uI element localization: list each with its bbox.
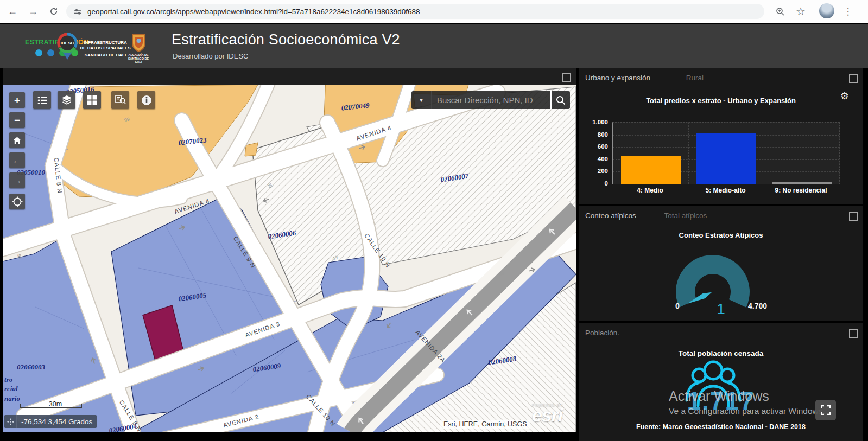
gear-icon[interactable]: ⚙ <box>840 90 849 102</box>
idesc-pin-logo: IDESC <box>56 33 78 61</box>
zoom-out-button[interactable]: − <box>9 112 25 128</box>
map-header-bar <box>3 68 576 85</box>
widget-restore-icon[interactable] <box>849 329 858 338</box>
info-icon <box>141 95 152 106</box>
svg-text:rcial: rcial <box>4 385 18 393</box>
attribute-search-icon <box>115 95 126 105</box>
locate-button[interactable] <box>9 194 25 209</box>
home-button[interactable] <box>9 132 25 148</box>
y-tick-label: 400 <box>579 156 608 162</box>
browser-forward-icon[interactable]: → <box>26 4 40 18</box>
map-restore-icon[interactable] <box>562 73 571 82</box>
browser-menu-icon[interactable]: ⋮ <box>841 4 855 18</box>
svg-text:nario: nario <box>4 394 20 402</box>
chart-title: Total predios x estrato - Urbano y Expan… <box>579 97 863 105</box>
bar-5: Medio-alto[interactable] <box>696 133 756 184</box>
basemap-grid-icon <box>87 95 97 105</box>
y-tick-label: 600 <box>579 143 608 150</box>
zoom-page-icon[interactable] <box>773 4 787 18</box>
svg-text:tro: tro <box>4 375 13 384</box>
population-title: Total población censada <box>579 349 863 357</box>
legend-icon <box>37 96 47 105</box>
tab-urbano-expansion[interactable]: Urbano y expansión <box>585 74 650 82</box>
bar-chart-plot <box>612 122 840 184</box>
chart-x-axis: 4: Medio5: Medio-alto9: No residencial <box>612 187 839 195</box>
esri-logo: POWERED BY esri <box>532 403 563 423</box>
coordinates-badge: -76,534 3,454 Grados <box>4 415 97 428</box>
url-text: geoportal.cali.gov.co/arcgis/apps/webapp… <box>87 8 420 16</box>
info-button[interactable] <box>137 91 155 109</box>
y-tick-label: 1.000 <box>579 119 608 125</box>
bar-4: Medio[interactable] <box>621 156 681 184</box>
search-input[interactable] <box>432 91 550 109</box>
search-dropdown-caret-icon[interactable]: ▼ <box>411 91 432 109</box>
map-canvas[interactable]: 02050016 02050010 02070023 02070049 0207… <box>3 68 576 432</box>
search-submit-button[interactable] <box>550 91 570 109</box>
home-icon <box>12 136 22 145</box>
gauge-title: Conteo Estratos Atípicos <box>579 231 863 239</box>
tab-rural[interactable]: Rural <box>686 74 704 82</box>
browser-toolbar: ← → geoportal.cali.gov.co/arcgis/apps/we… <box>0 0 868 23</box>
widget-restore-icon[interactable] <box>849 212 858 221</box>
layers-button[interactable] <box>58 91 75 109</box>
legend-button[interactable] <box>33 91 51 109</box>
header-divider <box>164 35 164 59</box>
avatar[interactable] <box>819 3 834 18</box>
site-settings-icon[interactable] <box>74 8 82 16</box>
page-subtitle: Desarrollado por IDESC <box>173 52 248 60</box>
bookmark-star-icon[interactable]: ☆ <box>794 4 808 18</box>
tab-conteo-atipicos[interactable]: Conteo atípicos <box>585 212 636 220</box>
poblacion-widget: Población. Total población censada 1.717… <box>579 323 863 441</box>
basemap-gallery-button[interactable] <box>83 91 101 109</box>
map-search-box: ▼ <box>411 91 570 109</box>
atipicos-widget: Conteo atípicos Total atípicos Conteo Es… <box>579 206 863 321</box>
locate-icon <box>12 196 23 207</box>
x-category-label: 5: Medio-alto <box>688 187 763 194</box>
coordinates-text: -76,534 3,454 Grados <box>17 418 97 426</box>
x-category-label: 9: No residencial <box>763 187 839 194</box>
y-tick-label: 0 <box>579 180 608 187</box>
predios-widget: Urbano y expansión Rural Total predios x… <box>579 68 863 204</box>
zoom-in-button[interactable]: + <box>9 92 25 108</box>
layers-icon <box>61 95 72 105</box>
widget-restore-icon[interactable] <box>849 74 858 83</box>
tab-total-atipicos[interactable]: Total atípicos <box>664 212 707 220</box>
map-attribution: Esri, HERE, Garmin, USGS <box>440 420 530 429</box>
prev-extent-button[interactable]: ← <box>9 152 25 168</box>
gauge-value: 1 <box>579 301 863 318</box>
svg-text:IDESC: IDESC <box>61 41 74 46</box>
alcaldia-logo: ALCALDÍA DESANTIAGO DE CALI <box>126 34 150 64</box>
attribute-search-button[interactable] <box>111 91 129 109</box>
y-tick-label: 200 <box>579 168 608 174</box>
svg-text:02060003: 02060003 <box>17 363 46 371</box>
fullscreen-icon <box>821 405 831 415</box>
crosshair-icon[interactable] <box>4 415 17 428</box>
chart-y-axis: 02004006008001.000 <box>579 122 608 183</box>
page-title: Estratificación Socioeconómica V2 <box>172 31 400 48</box>
search-icon <box>556 95 566 105</box>
browser-back-icon[interactable]: ← <box>5 4 20 18</box>
map-svg: 02050016 02050010 02070023 02070049 0207… <box>3 68 576 432</box>
fullscreen-button[interactable] <box>815 400 836 420</box>
app-header: ESTRATIFICACIÓN IDESC INFRAESTRUCTURA DE… <box>0 24 868 68</box>
y-tick-label: 800 <box>579 131 608 138</box>
next-extent-button[interactable]: → <box>9 172 25 188</box>
browser-reload-icon[interactable] <box>47 4 61 18</box>
svg-text:99: 99 <box>16 254 23 260</box>
population-source: Fuente: Marco Geoestadístico Nacional - … <box>579 423 863 431</box>
scale-bar: 30m <box>20 400 91 408</box>
idesc-caption: INFRAESTRUCTURA DE DATOS ESPACIALES SANT… <box>79 40 131 58</box>
x-category-label: 4: Medio <box>612 187 688 194</box>
url-bar[interactable]: geoportal.cali.gov.co/arcgis/apps/webapp… <box>66 4 764 19</box>
bar-9: No residencial[interactable] <box>772 182 832 184</box>
logo-text-green: ESTRATIF <box>25 39 59 46</box>
tab-poblacion[interactable]: Población. <box>585 329 619 337</box>
